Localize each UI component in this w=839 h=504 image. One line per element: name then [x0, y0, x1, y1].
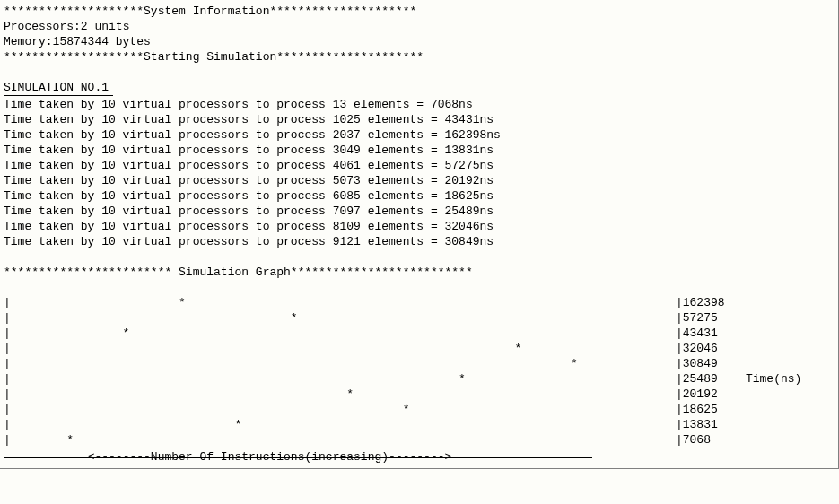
timing-line: Time taken by 10 virtual processors to p…	[4, 158, 835, 173]
graph-row: | * |57275	[4, 310, 835, 326]
graph-value: |30849	[676, 356, 718, 371]
graph-bar: | *	[4, 417, 676, 432]
graph-value: |25489 Time(ns)	[676, 371, 801, 387]
graph-value: |13831	[676, 417, 718, 432]
x-axis-label-row: <--------Number Of Instructions(increasi…	[4, 449, 835, 465]
graph-bar: | *	[4, 326, 676, 341]
graph-row: | * |18625	[4, 402, 835, 417]
graph-bar: | *	[4, 387, 676, 402]
graph-bar: | *	[4, 371, 676, 387]
graph-bar: | *	[4, 402, 676, 417]
graph-row: | * |43431	[4, 326, 835, 341]
timing-list: Time taken by 10 virtual processors to p…	[4, 97, 835, 249]
starting-simulation-header: ********************Starting Simulation*…	[4, 49, 835, 65]
title-underline	[4, 95, 113, 96]
timing-line: Time taken by 10 virtual processors to p…	[4, 97, 835, 112]
simulation-title: SIMULATION NO.1	[4, 80, 835, 95]
memory-label: Memory:	[4, 35, 53, 48]
timing-line: Time taken by 10 virtual processors to p…	[4, 219, 835, 234]
graph-value: |43431	[676, 326, 718, 341]
processors-label: Processors:	[4, 20, 81, 33]
graph-value: |162398	[676, 295, 725, 310]
timing-line: Time taken by 10 virtual processors to p…	[4, 204, 835, 219]
x-axis-label: <--------Number Of Instructions(increasi…	[88, 450, 452, 464]
graph-row: | * |7068	[4, 432, 835, 448]
system-info-header: ********************System Information**…	[4, 4, 835, 19]
graph-bar: | *	[4, 310, 676, 326]
timing-line: Time taken by 10 virtual processors to p…	[4, 127, 835, 143]
timing-line: Time taken by 10 virtual processors to p…	[4, 173, 835, 188]
graph-row: | * |32046	[4, 341, 835, 356]
timing-line: Time taken by 10 virtual processors to p…	[4, 234, 835, 249]
graph-row: | * |20192	[4, 387, 835, 402]
processors-value: 2 units	[81, 20, 130, 33]
timing-line: Time taken by 10 virtual processors to p…	[4, 143, 835, 158]
x-axis-indent	[4, 450, 88, 464]
timing-line: Time taken by 10 virtual processors to p…	[4, 112, 835, 127]
graph-row: | * |13831	[4, 417, 835, 432]
timing-line: Time taken by 10 virtual processors to p…	[4, 188, 835, 204]
graph-value: |7068	[676, 432, 711, 448]
graph-bar: | *	[4, 432, 676, 448]
graph-value: |20192	[676, 387, 718, 402]
graph-value: |18625	[676, 402, 718, 417]
graph-row: | * |25489 Time(ns)	[4, 371, 835, 387]
graph-value: |32046	[676, 341, 718, 356]
graph-bar: | *	[4, 356, 676, 371]
graph-row: | * |162398	[4, 295, 835, 310]
memory-line: Memory:15874344 bytes	[4, 34, 835, 49]
memory-value: 15874344 bytes	[53, 35, 151, 48]
graph-title: ************************ Simulation Grap…	[4, 265, 835, 280]
graph-bar: | *	[4, 295, 676, 310]
graph-value: |57275	[676, 310, 718, 326]
graph-bar: | *	[4, 341, 676, 356]
graph-body: | * |162398| * |	[4, 295, 835, 448]
processors-line: Processors:2 units	[4, 19, 835, 34]
graph-row: | * |30849	[4, 356, 835, 371]
